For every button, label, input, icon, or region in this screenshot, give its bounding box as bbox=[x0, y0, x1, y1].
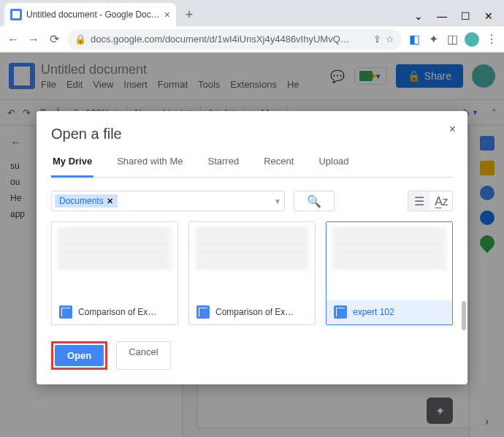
tab-my-drive[interactable]: My Drive bbox=[51, 156, 93, 178]
tab-recent[interactable]: Recent bbox=[262, 156, 295, 177]
url-text: docs.google.com/document/d/1wI4iUnsXj4y4… bbox=[91, 34, 350, 45]
reload-icon[interactable]: ⟳ bbox=[47, 32, 61, 47]
chevron-down-icon[interactable]: ▼ bbox=[274, 197, 281, 205]
url-field[interactable]: 🔒 docs.google.com/document/d/1wI4iUnsXj4… bbox=[67, 29, 402, 50]
browser-tab-strip: Untitled document - Google Doc… × + ⌄ — … bbox=[0, 0, 504, 26]
extensions-puzzle-icon[interactable]: ✦ bbox=[427, 33, 440, 46]
more-icon[interactable]: ⋮ bbox=[485, 33, 498, 46]
new-tab-button[interactable]: + bbox=[179, 4, 199, 25]
filter-input[interactable]: Documents ✕ ▼ bbox=[51, 191, 285, 211]
view-toggle: ☰ A̲z bbox=[408, 191, 453, 211]
tab-title: Untitled document - Google Doc… bbox=[26, 10, 160, 20]
close-dialog-icon[interactable]: × bbox=[449, 123, 456, 136]
tab-shared-with-me[interactable]: Shared with Me bbox=[115, 156, 184, 177]
file-name: Comparison of Ex… bbox=[78, 307, 156, 317]
list-view-icon[interactable]: ☰ bbox=[408, 191, 430, 210]
dialog-title: Open a file bbox=[51, 126, 453, 142]
docs-file-icon bbox=[334, 305, 347, 319]
remove-chip-icon[interactable]: ✕ bbox=[107, 197, 113, 206]
scrollbar-thumb[interactable] bbox=[462, 301, 466, 330]
highlight-annotation: Open bbox=[51, 341, 107, 370]
close-tab-icon[interactable]: × bbox=[164, 9, 170, 20]
filter-chip[interactable]: Documents ✕ bbox=[55, 194, 118, 208]
file-card-selected[interactable]: expert 102 bbox=[326, 221, 453, 325]
file-picker-dialog: Open a file × My Drive Shared with Me St… bbox=[37, 111, 467, 384]
docs-file-icon bbox=[196, 305, 210, 319]
search-button[interactable]: 🔍 bbox=[294, 191, 335, 211]
file-name: Comparison of Ex… bbox=[215, 307, 294, 317]
file-name: expert 102 bbox=[353, 307, 394, 317]
picker-controls: Documents ✕ ▼ 🔍 ☰ A̲z bbox=[51, 191, 453, 211]
extension-icons: ◧ ✦ ◫ ⋮ bbox=[408, 32, 498, 47]
file-card[interactable]: Comparison of Ex… bbox=[51, 221, 178, 325]
close-window-icon[interactable]: ✕ bbox=[484, 10, 494, 22]
browser-tab[interactable]: Untitled document - Google Doc… × bbox=[4, 3, 176, 26]
maximize-icon[interactable]: ☐ bbox=[460, 10, 470, 22]
file-thumbnail bbox=[52, 222, 177, 300]
minimize-icon[interactable]: — bbox=[437, 10, 447, 22]
file-card[interactable]: Comparison of Ex… bbox=[188, 221, 316, 325]
picker-tabs: My Drive Shared with Me Starred Recent U… bbox=[51, 156, 453, 178]
lock-icon: 🔒 bbox=[75, 34, 86, 45]
address-bar: ← → ⟳ 🔒 docs.google.com/document/d/1wI4i… bbox=[0, 26, 504, 53]
tab-upload[interactable]: Upload bbox=[317, 156, 350, 177]
star-icon[interactable]: ☆ bbox=[386, 34, 394, 45]
docs-file-icon bbox=[59, 305, 72, 319]
profile-avatar-icon[interactable] bbox=[465, 32, 479, 47]
dialog-actions: Open Cancel bbox=[51, 341, 453, 370]
tab-starred[interactable]: Starred bbox=[207, 156, 241, 177]
file-grid: Comparison of Ex… Comparison of Ex… expe… bbox=[51, 221, 453, 325]
search-icon: 🔍 bbox=[307, 194, 321, 208]
file-thumbnail bbox=[189, 222, 315, 300]
sort-icon[interactable]: A̲z bbox=[430, 191, 452, 210]
cancel-button[interactable]: Cancel bbox=[116, 341, 170, 370]
back-icon[interactable]: ← bbox=[6, 32, 20, 47]
forward-icon[interactable]: → bbox=[26, 32, 41, 47]
panel-icon[interactable]: ◫ bbox=[446, 33, 459, 46]
open-button[interactable]: Open bbox=[55, 345, 104, 366]
docs-favicon bbox=[10, 9, 22, 20]
window-controls: ⌄ — ☐ ✕ bbox=[413, 10, 504, 26]
extension-icon[interactable]: ◧ bbox=[408, 33, 421, 46]
chevron-down-icon[interactable]: ⌄ bbox=[413, 10, 424, 22]
share-url-icon[interactable]: ⇪ bbox=[373, 34, 381, 45]
file-thumbnail bbox=[327, 222, 452, 300]
filter-chip-label: Documents bbox=[59, 196, 104, 206]
